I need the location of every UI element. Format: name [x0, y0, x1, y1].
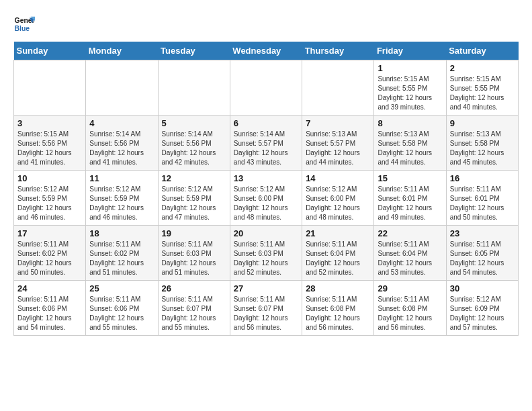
- day-info: Sunrise: 5:11 AM Sunset: 6:08 PM Dayligh…: [378, 295, 442, 332]
- day-info: Sunrise: 5:13 AM Sunset: 5:58 PM Dayligh…: [378, 130, 442, 167]
- weekday-header-tuesday: Tuesday: [158, 42, 230, 60]
- day-cell: 21Sunrise: 5:11 AM Sunset: 6:04 PM Dayli…: [302, 226, 374, 281]
- day-info: Sunrise: 5:11 AM Sunset: 6:06 PM Dayligh…: [17, 295, 82, 332]
- day-cell: 9Sunrise: 5:13 AM Sunset: 5:58 PM Daylig…: [446, 116, 518, 171]
- day-info: Sunrise: 5:14 AM Sunset: 5:57 PM Dayligh…: [234, 130, 298, 167]
- day-cell: 18Sunrise: 5:11 AM Sunset: 6:02 PM Dayli…: [86, 226, 158, 281]
- day-number: 1: [378, 63, 442, 73]
- day-info: Sunrise: 5:11 AM Sunset: 6:05 PM Dayligh…: [450, 240, 515, 277]
- day-info: Sunrise: 5:11 AM Sunset: 6:04 PM Dayligh…: [306, 240, 370, 277]
- day-number: 8: [378, 118, 442, 128]
- day-cell: [230, 60, 302, 116]
- day-number: 27: [234, 283, 298, 293]
- day-number: 15: [378, 173, 442, 183]
- day-number: 21: [306, 228, 370, 238]
- day-info: Sunrise: 5:15 AM Sunset: 5:55 PM Dayligh…: [378, 75, 442, 112]
- day-info: Sunrise: 5:12 AM Sunset: 6:00 PM Dayligh…: [306, 185, 370, 222]
- day-cell: 6Sunrise: 5:14 AM Sunset: 5:57 PM Daylig…: [230, 116, 302, 171]
- day-info: Sunrise: 5:11 AM Sunset: 6:08 PM Dayligh…: [306, 295, 370, 332]
- day-number: 13: [234, 173, 298, 183]
- week-row-5: 24Sunrise: 5:11 AM Sunset: 6:06 PM Dayli…: [14, 281, 519, 336]
- day-cell: [302, 60, 374, 116]
- day-number: 22: [378, 228, 442, 238]
- day-cell: 8Sunrise: 5:13 AM Sunset: 5:58 PM Daylig…: [374, 116, 446, 171]
- day-info: Sunrise: 5:15 AM Sunset: 5:56 PM Dayligh…: [17, 130, 82, 167]
- day-info: Sunrise: 5:11 AM Sunset: 6:02 PM Dayligh…: [17, 240, 82, 277]
- day-cell: 7Sunrise: 5:13 AM Sunset: 5:57 PM Daylig…: [302, 116, 374, 171]
- day-info: Sunrise: 5:11 AM Sunset: 6:07 PM Dayligh…: [162, 295, 226, 332]
- weekday-header-wednesday: Wednesday: [230, 42, 302, 60]
- day-number: 16: [450, 173, 515, 183]
- day-number: 14: [306, 173, 370, 183]
- day-info: Sunrise: 5:11 AM Sunset: 6:04 PM Dayligh…: [378, 240, 442, 277]
- day-number: 3: [17, 118, 82, 128]
- day-cell: 3Sunrise: 5:15 AM Sunset: 5:56 PM Daylig…: [14, 116, 86, 171]
- day-number: 28: [306, 283, 370, 293]
- day-info: Sunrise: 5:12 AM Sunset: 5:59 PM Dayligh…: [17, 185, 82, 222]
- day-cell: 15Sunrise: 5:11 AM Sunset: 6:01 PM Dayli…: [374, 171, 446, 226]
- svg-text:Blue: Blue: [15, 25, 30, 32]
- day-number: 25: [89, 283, 154, 293]
- day-cell: 5Sunrise: 5:14 AM Sunset: 5:56 PM Daylig…: [158, 116, 230, 171]
- day-info: Sunrise: 5:11 AM Sunset: 6:06 PM Dayligh…: [89, 295, 154, 332]
- weekday-header-saturday: Saturday: [446, 42, 518, 60]
- day-number: 30: [450, 283, 515, 293]
- day-cell: 22Sunrise: 5:11 AM Sunset: 6:04 PM Dayli…: [374, 226, 446, 281]
- day-info: Sunrise: 5:12 AM Sunset: 5:59 PM Dayligh…: [162, 185, 226, 222]
- day-info: Sunrise: 5:11 AM Sunset: 6:02 PM Dayligh…: [89, 240, 154, 277]
- day-cell: 23Sunrise: 5:11 AM Sunset: 6:05 PM Dayli…: [446, 226, 518, 281]
- day-number: 23: [450, 228, 515, 238]
- day-cell: 2Sunrise: 5:15 AM Sunset: 5:55 PM Daylig…: [446, 60, 518, 116]
- day-number: 2: [450, 63, 515, 73]
- day-cell: 19Sunrise: 5:11 AM Sunset: 6:03 PM Dayli…: [158, 226, 230, 281]
- day-number: 29: [378, 283, 442, 293]
- day-number: 5: [162, 118, 226, 128]
- day-cell: 30Sunrise: 5:12 AM Sunset: 6:09 PM Dayli…: [446, 281, 518, 336]
- day-cell: 12Sunrise: 5:12 AM Sunset: 5:59 PM Dayli…: [158, 171, 230, 226]
- day-cell: 27Sunrise: 5:11 AM Sunset: 6:07 PM Dayli…: [230, 281, 302, 336]
- day-number: 24: [17, 283, 82, 293]
- day-number: 4: [89, 118, 154, 128]
- calendar-table: SundayMondayTuesdayWednesdayThursdayFrid…: [13, 42, 519, 336]
- day-cell: 20Sunrise: 5:11 AM Sunset: 6:03 PM Dayli…: [230, 226, 302, 281]
- day-cell: [14, 60, 86, 116]
- day-number: 19: [162, 228, 226, 238]
- day-number: 17: [17, 228, 82, 238]
- day-info: Sunrise: 5:11 AM Sunset: 6:03 PM Dayligh…: [234, 240, 298, 277]
- day-number: 26: [162, 283, 226, 293]
- day-cell: 25Sunrise: 5:11 AM Sunset: 6:06 PM Dayli…: [86, 281, 158, 336]
- page-header: General Blue: [13, 13, 519, 35]
- day-cell: 16Sunrise: 5:11 AM Sunset: 6:01 PM Dayli…: [446, 171, 518, 226]
- day-cell: 10Sunrise: 5:12 AM Sunset: 5:59 PM Dayli…: [14, 171, 86, 226]
- day-number: 9: [450, 118, 515, 128]
- day-cell: 26Sunrise: 5:11 AM Sunset: 6:07 PM Dayli…: [158, 281, 230, 336]
- day-number: 6: [234, 118, 298, 128]
- day-cell: 11Sunrise: 5:12 AM Sunset: 5:59 PM Dayli…: [86, 171, 158, 226]
- day-cell: [158, 60, 230, 116]
- day-info: Sunrise: 5:11 AM Sunset: 6:07 PM Dayligh…: [234, 295, 298, 332]
- day-number: 11: [89, 173, 154, 183]
- day-info: Sunrise: 5:12 AM Sunset: 6:09 PM Dayligh…: [450, 295, 515, 332]
- day-cell: [86, 60, 158, 116]
- day-cell: 17Sunrise: 5:11 AM Sunset: 6:02 PM Dayli…: [14, 226, 86, 281]
- day-number: 12: [162, 173, 226, 183]
- day-info: Sunrise: 5:12 AM Sunset: 6:00 PM Dayligh…: [234, 185, 298, 222]
- week-row-3: 10Sunrise: 5:12 AM Sunset: 5:59 PM Dayli…: [14, 171, 519, 226]
- weekday-header-thursday: Thursday: [302, 42, 374, 60]
- day-info: Sunrise: 5:11 AM Sunset: 6:01 PM Dayligh…: [378, 185, 442, 222]
- logo: General Blue: [13, 13, 35, 35]
- day-cell: 24Sunrise: 5:11 AM Sunset: 6:06 PM Dayli…: [14, 281, 86, 336]
- week-row-4: 17Sunrise: 5:11 AM Sunset: 6:02 PM Dayli…: [14, 226, 519, 281]
- day-info: Sunrise: 5:12 AM Sunset: 5:59 PM Dayligh…: [89, 185, 154, 222]
- weekday-header-row: SundayMondayTuesdayWednesdayThursdayFrid…: [14, 42, 519, 60]
- day-cell: 29Sunrise: 5:11 AM Sunset: 6:08 PM Dayli…: [374, 281, 446, 336]
- day-cell: 13Sunrise: 5:12 AM Sunset: 6:00 PM Dayli…: [230, 171, 302, 226]
- day-cell: 1Sunrise: 5:15 AM Sunset: 5:55 PM Daylig…: [374, 60, 446, 116]
- day-number: 10: [17, 173, 82, 183]
- day-cell: 4Sunrise: 5:14 AM Sunset: 5:56 PM Daylig…: [86, 116, 158, 171]
- day-info: Sunrise: 5:13 AM Sunset: 5:57 PM Dayligh…: [306, 130, 370, 167]
- weekday-header-friday: Friday: [374, 42, 446, 60]
- day-number: 18: [89, 228, 154, 238]
- day-cell: 14Sunrise: 5:12 AM Sunset: 6:00 PM Dayli…: [302, 171, 374, 226]
- day-number: 20: [234, 228, 298, 238]
